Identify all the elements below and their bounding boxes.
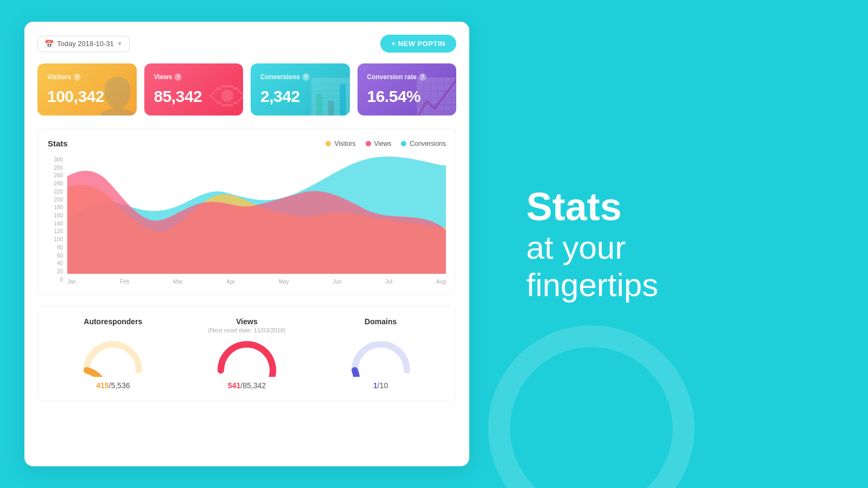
stat-cards-grid: Visitors ? 100,342 👤 Views ? 85,342 👁 Co… xyxy=(37,63,456,115)
legend-dot xyxy=(366,141,371,146)
chart-y-label: 260 xyxy=(48,172,63,178)
gauge-block-autoresponders: Autoresponders 415/5,536 xyxy=(49,317,177,390)
help-icon-views[interactable]: ? xyxy=(174,73,182,81)
chart-x-label: Jul xyxy=(385,279,392,285)
gauge-svg-container xyxy=(214,339,279,377)
chart-y-labels: 3002802602402202001801601401201008060402… xyxy=(48,155,63,285)
tagline: Stats at your fingertips xyxy=(526,184,835,304)
stat-card-visitors: Visitors ? 100,342 👤 xyxy=(37,63,137,115)
chart-section: Stats Visitors Views Conversions 3002802… xyxy=(37,129,456,295)
chart-x-label: Aug xyxy=(436,279,446,285)
chart-y-label: 180 xyxy=(48,204,63,210)
new-poptin-button[interactable]: + NEW POPTIN xyxy=(380,35,456,53)
gauge-total: 5,536 xyxy=(111,381,130,390)
gauge-value: 415/5,536 xyxy=(96,381,130,390)
gauge-block-views: Views (Next reset date: 11/03/2018) 541/… xyxy=(183,317,311,390)
gauge-subtitle xyxy=(112,327,114,333)
gauge-svg-container xyxy=(80,339,145,377)
legend-item-views: Views xyxy=(366,140,392,147)
date-label: Today 2018-10-31 xyxy=(57,40,114,48)
gauge-used: 415 xyxy=(96,381,108,390)
tagline-light: at your fingertips xyxy=(526,229,835,304)
help-icon-visitors[interactable]: ? xyxy=(73,73,81,81)
gauge-used: 1 xyxy=(373,381,378,390)
chart-y-label: 280 xyxy=(48,165,63,171)
legend-item-visitors: Visitors xyxy=(326,140,355,147)
chart-y-label: 20 xyxy=(48,268,63,274)
chart-y-label: 140 xyxy=(48,221,63,227)
chart-x-label: Apr xyxy=(226,279,235,285)
chart-x-label: Jun xyxy=(333,279,341,285)
chart-x-label: Mar xyxy=(173,279,182,285)
stat-card-views: Views ? 85,342 👁 xyxy=(144,63,244,115)
gauge-total: 10 xyxy=(380,381,388,390)
chart-y-label: 40 xyxy=(48,260,63,266)
chart-y-label: 240 xyxy=(48,181,63,187)
left-panel: 📅 Today 2018-10-31 ▼ + NEW POPTIN Visito… xyxy=(0,0,494,488)
gauge-value: 541/85,342 xyxy=(228,381,266,390)
gauge-block-domains: Domains 1/10 xyxy=(316,317,445,390)
legend-label: Visitors xyxy=(334,140,355,147)
tagline-bold: Stats xyxy=(526,184,835,229)
chart-x-label: May xyxy=(279,279,289,285)
stat-card-bg-icon-views: 👁 xyxy=(209,76,243,115)
chart-y-label: 300 xyxy=(48,157,63,163)
dashboard-card: 📅 Today 2018-10-31 ▼ + NEW POPTIN Visito… xyxy=(24,22,469,466)
gauge-total: 85,342 xyxy=(242,381,266,390)
chart-y-label: 120 xyxy=(48,228,63,234)
chart-y-label: 160 xyxy=(48,213,63,219)
stat-card-bg-icon-conversion-rate: 📈 xyxy=(413,75,456,115)
gauge-used: 541 xyxy=(228,381,240,390)
gauge-subtitle: (Next reset date: 11/03/2018) xyxy=(208,327,285,333)
gauge-svg-container xyxy=(348,339,413,377)
legend-dot xyxy=(326,141,331,146)
gauge-subtitle xyxy=(380,327,381,333)
legend-item-conversions: Conversions xyxy=(401,140,446,147)
chevron-down-icon: ▼ xyxy=(117,41,123,47)
chart-x-label: Jan xyxy=(67,279,76,285)
chart-title: Stats xyxy=(48,139,68,148)
chart-y-label: 0 xyxy=(48,277,63,282)
chart-y-label: 100 xyxy=(48,236,63,242)
legend-dot xyxy=(401,141,406,146)
stat-card-bg-icon-visitors: 👤 xyxy=(94,75,137,115)
date-selector-button[interactable]: 📅 Today 2018-10-31 ▼ xyxy=(37,36,130,52)
chart-y-label: 60 xyxy=(48,253,63,259)
chart-x-labels: JanFebMarAprMayJunJulAug xyxy=(67,279,446,285)
gauge-title: Autoresponders xyxy=(84,317,142,326)
chart-y-label: 200 xyxy=(48,197,63,203)
chart-y-label: 80 xyxy=(48,245,63,251)
chart-y-label: 220 xyxy=(48,189,63,195)
chart-legend: Visitors Views Conversions xyxy=(326,140,446,147)
chart-x-label: Feb xyxy=(120,279,129,285)
stat-card-bg-icon-conversions: 📊 xyxy=(307,75,350,115)
decorative-circle xyxy=(488,325,694,488)
chart-area: 3002802602402202001801601401201008060402… xyxy=(48,155,446,285)
top-bar: 📅 Today 2018-10-31 ▼ + NEW POPTIN xyxy=(37,35,456,53)
stat-card-conversion-rate: Conversion rate ? 16.54% 📈 xyxy=(358,63,457,115)
gauge-value: 1/10 xyxy=(373,381,388,390)
legend-label: Conversions xyxy=(410,140,446,147)
calendar-icon: 📅 xyxy=(44,40,54,48)
right-panel: Stats at your fingertips xyxy=(494,163,868,326)
gauge-title: Views xyxy=(236,317,257,326)
chart-svg-container xyxy=(67,155,446,274)
chart-header: Stats Visitors Views Conversions xyxy=(48,139,446,148)
legend-label: Views xyxy=(374,140,392,147)
gauge-title: Domains xyxy=(365,317,397,326)
stat-card-conversions: Conversions ? 2,342 📊 xyxy=(251,63,350,115)
gauges-section: Autoresponders 415/5,536 Views (Next res… xyxy=(37,306,456,401)
